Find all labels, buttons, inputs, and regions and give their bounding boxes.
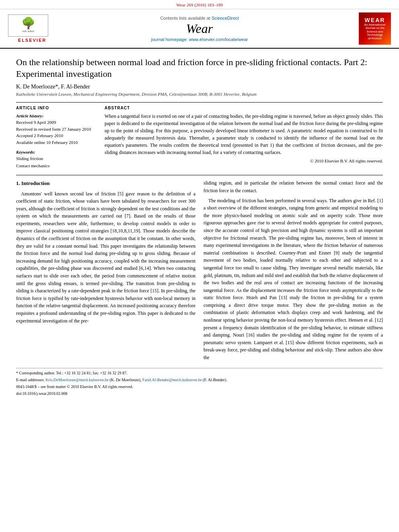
keyword-1: Sliding friction <box>16 155 97 162</box>
affiliation: Katholieke Universiteit Leuven, Mechanic… <box>16 92 383 97</box>
intro-para-1: Amontons' well known second law of frict… <box>16 190 195 325</box>
article-info-row: ARTICLE INFO Article history: Received 9… <box>16 102 383 169</box>
footnote-corresponding: * Corresponding author. Tel.: +32 16 32 … <box>16 370 383 376</box>
elsevier-motto: non solus <box>22 30 34 33</box>
footnotes: * Corresponding author. Tel.: +32 16 32 … <box>16 368 383 396</box>
elsevier-wordmark: ELSEVIER <box>8 38 56 43</box>
contents-label: Contents lists available at <box>160 16 210 21</box>
footnote-email: E-mail addresses: Kris.DeMoerlooze@mech.… <box>16 377 383 383</box>
received-revised-date: Received in revised form 27 January 2010 <box>16 126 97 133</box>
wear-logo-subtitle: An InternationalJournal on theScience an… <box>359 23 391 40</box>
intro-para-1-continued: sliding region, and in particular the re… <box>204 179 383 194</box>
body-columns: 1. Introduction Amontons' well known sec… <box>16 179 383 364</box>
citation-bar: Wear 269 (2010) 183–189 <box>0 0 399 9</box>
sciencedirect-link[interactable]: ScienceDirect <box>212 16 239 21</box>
citation-text: Wear 269 (2010) 183–189 <box>176 2 223 7</box>
homepage-label: journal homepage: <box>151 37 188 42</box>
elsevier-logo-area: 🌳 non solus ELSEVIER <box>8 14 56 43</box>
article-info-label: ARTICLE INFO <box>16 106 97 110</box>
email1-name: (K. De Moerlooze), <box>109 378 141 382</box>
wear-logo-area: WEAR An InternationalJournal on theScien… <box>343 12 391 45</box>
wear-logo-text: WEAR <box>365 17 385 23</box>
introduction-heading: 1. Introduction <box>16 179 195 187</box>
email1-link[interactable]: Kris.DeMoerlooze@mech.kuleuven.be <box>45 378 109 382</box>
body-right-col: sliding region, and in particular the re… <box>204 179 383 364</box>
journal-name: Wear <box>56 21 343 36</box>
article-info-left: ARTICLE INFO Article history: Received 9… <box>16 106 97 169</box>
email2-link[interactable]: Farid.Al-Bender@mech.kuleuven.be <box>142 378 202 382</box>
keywords-label: Keywords: <box>16 150 97 154</box>
homepage-url[interactable]: www.elsevier.com/locate/wear <box>189 37 248 42</box>
section-divider <box>16 175 383 175</box>
main-content: On the relationship between normal load … <box>0 49 399 405</box>
journal-header: 🌳 non solus ELSEVIER Contents lists avai… <box>0 9 399 49</box>
elsevier-logo-box: 🌳 non solus <box>8 14 48 37</box>
body-left-col: 1. Introduction Amontons' well known sec… <box>16 179 195 364</box>
available-date: Available online 10 February 2010 <box>16 139 97 146</box>
abstract-area: ABSTRACT When a tangential force is exer… <box>105 106 383 169</box>
sciencedirect-line: Contents lists available at ScienceDirec… <box>56 16 343 21</box>
history-label: Article history: <box>16 113 97 118</box>
received-date: Received 9 April 2009 <box>16 119 97 126</box>
page: Wear 269 (2010) 183–189 🌳 non solus ELSE… <box>0 0 399 532</box>
abstract-label: ABSTRACT <box>105 106 383 110</box>
footnote-issn: 0043-1648/$ – see front matter © 2010 El… <box>16 384 383 390</box>
elsevier-tree-icon: 🌳 <box>21 18 35 29</box>
authors: K. De Moerlooze*, F. Al-Bender <box>16 84 383 90</box>
email2-name: (F. Al-Bender). <box>203 378 227 382</box>
accepted-date: Accepted 2 February 2010 <box>16 132 97 139</box>
email-label: E-mail addresses: <box>16 378 45 382</box>
footnote-doi: doi:10.1016/j.wear.2010.02.008 <box>16 390 383 396</box>
article-title: On the relationship between normal load … <box>16 57 383 80</box>
journal-info-center: Contents lists available at ScienceDirec… <box>56 16 343 42</box>
abstract-text: When a tangential force is exerted on on… <box>105 113 383 156</box>
copyright: © 2010 Elsevier B.V. All rights reserved… <box>105 158 383 163</box>
wear-logo-box: WEAR An InternationalJournal on theScien… <box>359 12 391 45</box>
intro-para-2: The modeling of friction has been perfor… <box>204 197 383 362</box>
journal-homepage: journal homepage: www.elsevier.com/locat… <box>56 37 343 42</box>
keyword-2: Contact mechanics <box>16 162 97 170</box>
